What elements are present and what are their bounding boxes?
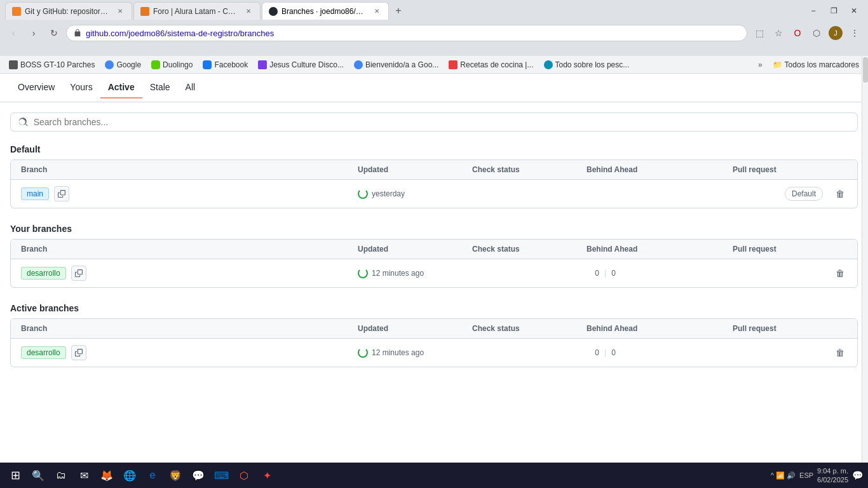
bookmark-google-welcome[interactable]: Bienvenido/a a Goo...: [350, 59, 442, 71]
bookmark-google[interactable]: Google: [101, 59, 145, 71]
table-row: main yesterday Defa: [11, 180, 857, 208]
behind-ahead-desarrollo-2: 0 | 0: [587, 348, 733, 357]
tab-overview[interactable]: Overview: [10, 77, 62, 98]
table-row: desarrollo 12 minutes ago 0 | 0: [11, 259, 857, 287]
bookmarks-folder[interactable]: 📁 Todos los marcadores: [769, 59, 863, 71]
forward-button[interactable]: ›: [25, 25, 42, 41]
bookmark-facebook[interactable]: Facebook: [199, 59, 252, 71]
copy-branch-desarrollo-2[interactable]: [71, 345, 86, 360]
updated-cell-desarrollo-1: 12 minutes ago: [358, 268, 472, 278]
branch-tag-desarrollo-1[interactable]: desarrollo: [21, 267, 66, 280]
copy-icon-desarrollo-2: [75, 349, 83, 356]
updated-cell-desarrollo-2: 12 minutes ago: [358, 348, 472, 358]
bookmark-favicon-facebook: [203, 60, 212, 69]
bookmark-label-recetas: Recetas de cocina |...: [460, 60, 533, 69]
your-branches-table: Branch Updated Check status Behind Ahead…: [10, 239, 858, 288]
new-tab-button[interactable]: +: [390, 3, 407, 19]
scrollbar-track[interactable]: [862, 56, 868, 463]
bookmark-duolingo[interactable]: Duolingo: [147, 59, 196, 71]
tab-favicon-2: [140, 7, 149, 16]
bookmark-favicon-jesus-culture: [258, 60, 267, 69]
taskbar: ⊞ 🔍 🗂 ✉ 🦊 🌐 e 🦁 💬 ⌨ ⬡ ✦ ^ 📶 🔊 ESP 9:04 p…: [0, 463, 868, 465]
bookmark-favicon-duolingo: [151, 60, 160, 69]
bookmark-favicon-peces: [544, 60, 553, 69]
minimize-button[interactable]: −: [804, 4, 822, 17]
close-button[interactable]: ✕: [845, 4, 863, 17]
copy-branch-desarrollo-1[interactable]: [71, 266, 86, 281]
content-area: Default Branch Updated Check status Behi…: [0, 102, 868, 465]
lock-icon: [73, 29, 82, 37]
search-icon: [18, 117, 29, 127]
tab-close-2[interactable]: ✕: [243, 6, 254, 17]
pull-request-desarrollo-1: 🗑: [733, 266, 847, 281]
active-branches-header: Branch Updated Check status Behind Ahead…: [11, 319, 857, 339]
bookmark-favicon-google: [105, 60, 114, 69]
delete-branch-desarrollo-1[interactable]: 🗑: [833, 266, 847, 281]
bookmark-label-jesus-culture: Jesus Culture Disco...: [269, 60, 344, 69]
bookmark-label-peces: Todo sobre los pesc...: [555, 60, 630, 69]
page-tabs: Overview Yours Active Stale All: [0, 74, 868, 102]
maximize-button[interactable]: ❐: [825, 4, 843, 17]
status-spinner-main: [358, 189, 368, 199]
screen-capture-button[interactable]: ⬚: [751, 25, 768, 41]
tab-label-1: Git y GitHub: repositorio, com...: [25, 7, 109, 16]
bookmark-recetas[interactable]: Recetas de cocina |...: [445, 59, 537, 71]
ahead-val-desarrollo-2: 0: [611, 348, 624, 357]
copy-icon-desarrollo-1: [75, 269, 83, 277]
delete-branch-main[interactable]: 🗑: [833, 186, 847, 201]
tab-close-1[interactable]: ✕: [115, 6, 125, 17]
browser-tab-2[interactable]: Foro | Alura Latam - Cursos onl... ✕: [133, 2, 261, 20]
col-updated-2: Updated: [358, 245, 472, 254]
active-branches-section: Active branches Branch Updated Check sta…: [10, 303, 858, 367]
status-spinner-desarrollo-1: [358, 268, 368, 278]
address-bar[interactable]: github.com/joedmo86/sistema-de-registro/…: [66, 25, 747, 41]
ahead-val-desarrollo-1: 0: [611, 269, 624, 278]
bookmark-favicon-boss: [9, 60, 18, 69]
bookmark-button[interactable]: ☆: [770, 25, 787, 41]
divider-1: |: [604, 269, 606, 278]
active-branches-table: Branch Updated Check status Behind Ahead…: [10, 318, 858, 367]
browser-tab-3[interactable]: Branches · joedmo86/sistema-d... ✕: [262, 2, 389, 20]
col-check-status-1: Check status: [472, 165, 587, 174]
tab-stale[interactable]: Stale: [142, 77, 178, 98]
updated-text-desarrollo-1: 12 minutes ago: [372, 269, 424, 278]
browser-tab-1[interactable]: Git y GitHub: repositorio, com... ✕: [5, 2, 132, 20]
col-branch-1: Branch: [21, 165, 358, 174]
search-input[interactable]: [34, 117, 850, 127]
bookmark-jesus-culture[interactable]: Jesus Culture Disco...: [254, 59, 348, 71]
bookmark-label-facebook: Facebook: [214, 60, 248, 69]
folder-icon: 📁: [773, 60, 782, 69]
branch-tag-desarrollo-2[interactable]: desarrollo: [21, 346, 66, 359]
bookmark-boss[interactable]: BOSS GT-10 Parches: [5, 59, 98, 71]
divider-2: |: [604, 348, 606, 357]
default-section-title: Default: [10, 144, 858, 154]
default-section: Default Branch Updated Check status Behi…: [10, 144, 858, 208]
behind-val-desarrollo-1: 0: [587, 269, 599, 278]
branch-name-desarrollo-2: desarrollo: [21, 345, 358, 360]
behind-ahead-desarrollo-1: 0 | 0: [587, 269, 733, 278]
bookmarks-more-button[interactable]: »: [754, 59, 766, 71]
col-check-status-3: Check status: [472, 324, 587, 333]
tab-yours[interactable]: Yours: [62, 77, 100, 98]
tab-close-3[interactable]: ✕: [372, 6, 382, 17]
scrollbar-thumb[interactable]: [863, 57, 868, 83]
branch-name-main: main: [21, 186, 358, 201]
menu-button[interactable]: ⋮: [846, 25, 863, 41]
bookmark-peces[interactable]: Todo sobre los pesc...: [540, 59, 634, 71]
delete-branch-desarrollo-2[interactable]: 🗑: [833, 345, 847, 360]
col-branch-3: Branch: [21, 324, 358, 333]
tab-all[interactable]: All: [178, 77, 203, 98]
copy-branch-main[interactable]: [54, 186, 69, 201]
extensions-button[interactable]: ⬡: [808, 25, 825, 41]
opera-button[interactable]: O: [789, 25, 806, 41]
back-button[interactable]: ‹: [5, 25, 22, 41]
bookmark-label-boss: BOSS GT-10 Parches: [20, 60, 95, 69]
reload-button[interactable]: ↻: [46, 25, 62, 41]
bookmark-favicon-recetas: [449, 60, 458, 69]
your-branches-title: Your branches: [10, 224, 858, 234]
branch-tag-main[interactable]: main: [21, 187, 49, 200]
profile-button[interactable]: J: [827, 25, 844, 41]
default-branches-table: Branch Updated Check status Behind Ahead…: [10, 159, 858, 208]
col-pull-request-2: Pull request: [733, 245, 847, 254]
tab-active[interactable]: Active: [100, 77, 142, 98]
